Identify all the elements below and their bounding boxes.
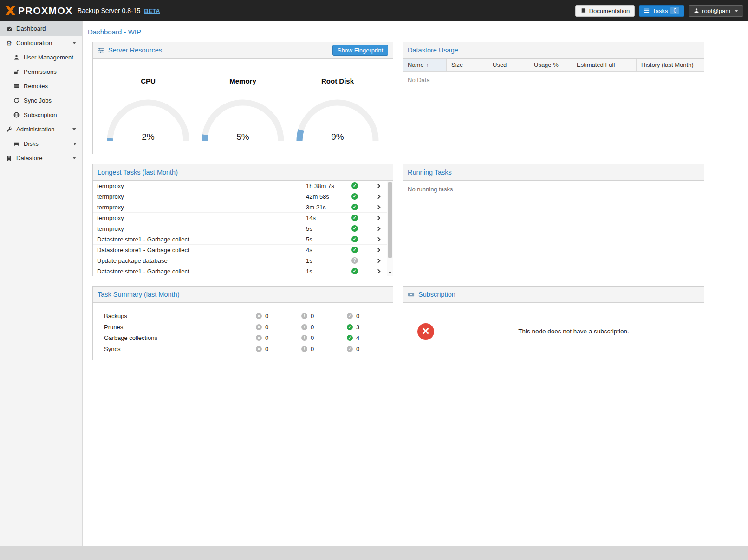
panel-title: Subscription (418, 291, 455, 298)
panel-title: Running Tasks (408, 169, 452, 176)
task-list-icon (644, 8, 650, 13)
panel-title: Longest Tasks (last Month) (98, 169, 178, 176)
summary-row-syncs: Syncs 0 0 0 (104, 344, 393, 355)
panel-title: Task Summary (last Month) (98, 291, 179, 298)
proxmox-x-icon (5, 6, 16, 16)
task-row[interactable]: termproxy 1h 38m 7s (93, 181, 393, 191)
summary-row-garbage-collections: Garbage collections 0 0 4 (104, 332, 393, 344)
longest-tasks-panel: Longest Tasks (last Month) termproxy 1h … (92, 164, 393, 276)
datastore-usage-panel: Datastore Usage Name Size Used Usage % E… (403, 42, 704, 154)
summary-row-prunes: Prunes 0 0 3 (104, 322, 393, 333)
subscription-message: This node does not have a subscription. (434, 328, 704, 335)
tasks-button[interactable]: Tasks 0 (639, 5, 684, 17)
book-icon (580, 8, 586, 14)
sidebar-item-administration[interactable]: Administration (0, 122, 82, 137)
cpu-gauge: CPU 2% (102, 77, 195, 154)
task-row[interactable]: Datastore store1 - Garbage collect 5s (93, 234, 393, 245)
running-tasks-panel: Running Tasks No running tasks (403, 164, 704, 276)
wrench-icon (6, 126, 13, 133)
sliders-icon (98, 47, 104, 54)
column-header-size[interactable]: Size (447, 59, 488, 71)
user-menu-button[interactable]: root@pam (689, 5, 743, 17)
ok-count-icon (347, 335, 353, 341)
tasks-count-badge: 0 (670, 7, 679, 14)
expander-down-icon[interactable] (72, 157, 76, 159)
sidebar-item-configuration[interactable]: ⚙ Configuration (0, 36, 82, 50)
task-row[interactable]: termproxy 5s (93, 223, 393, 234)
status-unknown-icon (351, 257, 358, 264)
task-row[interactable]: termproxy 14s (93, 213, 393, 223)
scrollbar-down-arrow-icon[interactable] (389, 272, 391, 274)
support-ring-icon (13, 111, 20, 118)
task-row[interactable]: Datastore store1 - Garbage collect 4s (93, 245, 393, 255)
scrollbar-thumb[interactable] (388, 182, 392, 258)
task-row[interactable]: termproxy 42m 58s (93, 191, 393, 202)
task-summary-panel: Task Summary (last Month) Backups 0 0 0 … (92, 286, 393, 360)
column-header-estimated-full[interactable]: Estimated Full (572, 59, 637, 71)
sidebar-item-datastore[interactable]: Datastore (0, 151, 82, 165)
status-ok-icon (351, 247, 358, 253)
warning-count-icon (301, 313, 307, 319)
ok-count-icon (347, 313, 353, 319)
sidebar-item-disks[interactable]: Disks (0, 137, 82, 151)
scrollbar[interactable] (387, 181, 393, 276)
server-stack-icon (13, 83, 20, 90)
logo-text: PROXMOX (18, 5, 73, 16)
column-header-usage[interactable]: Usage % (529, 59, 572, 71)
sort-asc-icon (424, 61, 429, 68)
expander-down-icon[interactable] (72, 128, 76, 130)
topbar: PROXMOX Backup Server 0.8-15 BETA Docume… (0, 0, 748, 21)
ok-count-icon (347, 324, 353, 330)
ok-count-icon (347, 346, 353, 352)
status-ok-icon (351, 182, 358, 189)
datastore-table-header: Name Size Used Usage % Estimated Full Hi… (403, 59, 704, 72)
task-row[interactable]: termproxy 3m 21s (93, 202, 393, 213)
show-fingerprint-button[interactable]: Show Fingerprint (332, 45, 388, 56)
hard-disk-icon (13, 140, 20, 147)
gears-icon: ⚙ (6, 39, 13, 46)
sidebar-item-subscription[interactable]: Subscription (0, 108, 82, 122)
sidebar-item-remotes[interactable]: Remotes (0, 79, 82, 93)
error-count-icon (256, 324, 262, 330)
task-row[interactable]: Update package database 1s (93, 255, 393, 266)
status-ok-icon (351, 204, 358, 210)
documentation-button[interactable]: Documentation (575, 5, 635, 17)
sidebar: Dashboard ⚙ Configuration User Managemen… (0, 21, 83, 546)
column-header-used[interactable]: Used (488, 59, 529, 71)
expander-down-icon[interactable] (72, 42, 76, 44)
ticket-icon (408, 291, 415, 298)
page-title: Dashboard - WIP (83, 21, 748, 36)
status-ok-icon (351, 193, 358, 200)
error-count-icon (256, 346, 262, 352)
user-icon (694, 8, 699, 13)
beta-link[interactable]: BETA (144, 7, 160, 14)
subscription-panel: Subscription × This node does not have a… (403, 286, 704, 360)
longest-tasks-list: termproxy 1h 38m 7s termproxy 42m 58s te… (93, 181, 393, 276)
panel-title: Datastore Usage (408, 46, 458, 54)
status-ok-icon (351, 268, 358, 274)
product-version: Backup Server 0.8-15 (78, 7, 140, 14)
sidebar-item-sync-jobs[interactable]: Sync Jobs (0, 93, 82, 108)
status-ok-icon (351, 236, 358, 242)
expander-right-icon[interactable] (74, 142, 76, 146)
no-subscription-icon: × (417, 323, 434, 340)
task-row[interactable]: Datastore store1 - Garbage collect 1s (93, 266, 393, 276)
column-header-name[interactable]: Name (403, 59, 447, 71)
building-icon (6, 155, 13, 162)
sidebar-item-permissions[interactable]: Permissions (0, 65, 82, 79)
sidebar-item-user-management[interactable]: User Management (0, 50, 82, 65)
unlock-icon (13, 68, 20, 75)
root-disk-gauge: Root Disk 9% (291, 77, 384, 154)
tachometer-icon (6, 25, 13, 32)
error-count-icon (256, 335, 262, 341)
summary-row-backups: Backups 0 0 0 (104, 311, 393, 322)
warning-count-icon (301, 335, 307, 341)
column-header-history[interactable]: History (last Month) (637, 59, 704, 71)
memory-gauge: Memory 5% (196, 77, 289, 154)
sidebar-item-dashboard[interactable]: Dashboard (0, 21, 82, 36)
error-count-icon (256, 313, 262, 319)
user-icon (13, 54, 20, 61)
bottom-bar (0, 546, 748, 560)
main-content: Dashboard - WIP Server Resources Show Fi… (83, 21, 748, 546)
status-ok-icon (351, 215, 358, 221)
